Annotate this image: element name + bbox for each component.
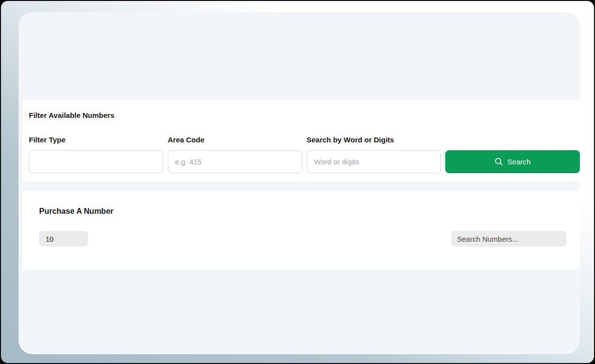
filter-type-label: Filter Type — [29, 136, 163, 144]
filter-type-field: Filter Type — [29, 136, 163, 173]
page-size-select[interactable]: 10 — [39, 231, 88, 247]
app-window: Filter Available Numbers Filter Type Are… — [0, 0, 595, 364]
purchase-card-title: Purchase A Number — [39, 206, 567, 216]
purchase-controls-row: 10 — [39, 231, 567, 247]
search-icon — [495, 158, 503, 166]
word-digits-label: Search by Word or Digits — [307, 136, 441, 144]
search-button[interactable]: Search — [445, 150, 580, 173]
word-digits-field: Search by Word or Digits — [307, 136, 441, 173]
purchase-card: Purchase A Number 10 — [23, 191, 580, 269]
filter-fields-row: Filter Type Area Code Search by Word or … — [29, 136, 580, 173]
area-code-label: Area Code — [168, 136, 302, 144]
content-panel: Filter Available Numbers Filter Type Are… — [19, 12, 580, 354]
filter-type-select[interactable] — [29, 150, 163, 173]
filter-card: Filter Available Numbers Filter Type Are… — [23, 100, 580, 181]
numbers-search-input[interactable] — [451, 231, 567, 247]
word-digits-input[interactable] — [307, 150, 441, 173]
filter-card-title: Filter Available Numbers — [29, 111, 580, 120]
area-code-input[interactable] — [168, 150, 302, 173]
area-code-field: Area Code — [168, 136, 302, 173]
search-button-label: Search — [507, 158, 531, 166]
